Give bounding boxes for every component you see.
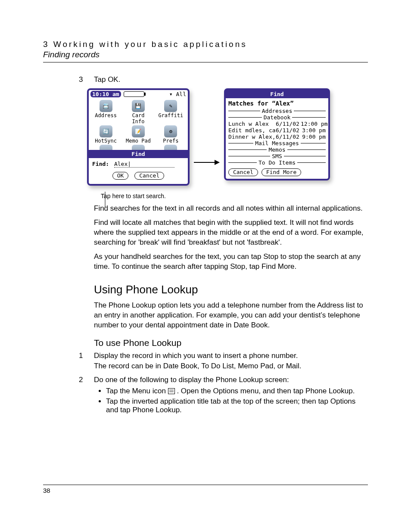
callout-leader bbox=[87, 199, 190, 212]
app-label: Address bbox=[92, 112, 120, 118]
chapter-title: 3 Working with your basic applications bbox=[43, 40, 368, 49]
bullet-text: Tap the Menu icon bbox=[106, 387, 168, 395]
category-todo: To Do Items bbox=[226, 159, 328, 166]
cardinfo-icon: 💾 bbox=[132, 100, 145, 112]
ok-button[interactable]: OK bbox=[112, 172, 129, 180]
app-label: HotSync bbox=[92, 138, 120, 144]
find-titlebar: Find bbox=[226, 90, 328, 98]
result-date: 6/11/02 bbox=[276, 121, 301, 127]
step-text: Display the record in which you want to … bbox=[94, 352, 298, 360]
category-mail: Mail Messages bbox=[226, 140, 328, 146]
body-text: The Phone Lookup option lets you add a t… bbox=[94, 301, 368, 330]
result-date: 6/11/02 bbox=[276, 127, 301, 134]
svg-marker-2 bbox=[215, 160, 220, 165]
find-label: Find: bbox=[92, 161, 109, 167]
figure-row: 10:10 am ▾ All 📇 Address 💾 Card Info bbox=[87, 88, 368, 199]
result-title: Edit mdles, call … bbox=[228, 127, 276, 134]
category-dropdown[interactable]: ▾ All bbox=[169, 91, 186, 97]
section-title: Finding records bbox=[43, 50, 368, 59]
bullet-item: Tap the Menu icon . Open the Options men… bbox=[106, 387, 368, 395]
partial-icon bbox=[132, 145, 145, 150]
address-icon: 📇 bbox=[100, 100, 112, 112]
app-label: Card Info bbox=[125, 112, 152, 124]
section-heading: Using Phone Lookup bbox=[94, 283, 368, 296]
callout-text: Tap here to start search. bbox=[101, 193, 190, 199]
category-addresses: Addresses bbox=[226, 108, 328, 114]
app-label: Memo Pad bbox=[125, 138, 152, 144]
hotsync-icon: 🔄 bbox=[100, 125, 112, 137]
find-more-button[interactable]: Find More bbox=[262, 168, 301, 176]
result-row[interactable]: Dinner w Alex, … 6/11/02 9:00 pm bbox=[226, 134, 328, 140]
flow-arrow bbox=[194, 158, 220, 169]
bullet-item: Tap the inverted application title tab a… bbox=[106, 397, 368, 414]
page-number: 38 bbox=[43, 487, 50, 494]
app-memopad[interactable]: 📝 Memo Pad bbox=[125, 125, 152, 144]
memopad-icon: 📝 bbox=[132, 125, 145, 137]
step-text: Do one of the following to display the P… bbox=[94, 376, 289, 384]
app-address[interactable]: 📇 Address bbox=[92, 100, 120, 124]
step-number: 1 bbox=[79, 352, 83, 360]
app-cardinfo[interactable]: 💾 Card Info bbox=[125, 100, 152, 124]
arrow-icon bbox=[194, 158, 220, 167]
cancel-button[interactable]: Cancel bbox=[134, 172, 164, 180]
clock-chip[interactable]: 10:10 am bbox=[90, 91, 121, 97]
result-time: 9:00 pm bbox=[301, 134, 326, 140]
body-text: As your handheld searches for the text, … bbox=[94, 252, 368, 272]
result-row[interactable]: Lunch w Alex 6/11/02 12:00 pm bbox=[226, 121, 328, 127]
app-label: Graffiti bbox=[157, 112, 184, 118]
step-text: Tap OK. bbox=[94, 75, 120, 84]
app-prefs[interactable]: ⚙ Prefs bbox=[157, 125, 184, 144]
result-date: 6/11/02 bbox=[276, 134, 301, 140]
category-memos: Memos bbox=[226, 146, 328, 153]
find-input[interactable]: Alex| bbox=[114, 161, 174, 168]
result-title: Dinner w Alex, … bbox=[228, 134, 276, 140]
category-sms: SMS bbox=[226, 153, 328, 159]
result-row[interactable]: Edit mdles, call … 6/11/02 3:00 pm bbox=[226, 127, 328, 134]
find-titlebar: Find bbox=[89, 150, 188, 158]
menu-icon bbox=[168, 388, 175, 394]
result-time: 3:00 pm bbox=[301, 127, 326, 134]
subsection-heading: To use Phone Lookup bbox=[94, 338, 368, 348]
step-number: 2 bbox=[79, 376, 83, 384]
app-hotsync[interactable]: 🔄 HotSync bbox=[92, 125, 120, 144]
cancel-button[interactable]: Cancel bbox=[228, 168, 258, 176]
palm-launcher-screen: 10:10 am ▾ All 📇 Address 💾 Card Info bbox=[87, 88, 190, 186]
app-graffiti[interactable]: ✎ Graffiti bbox=[157, 100, 184, 124]
body-text: Find will locate all matches that begin … bbox=[94, 218, 368, 248]
category-datebook: Datebook bbox=[226, 114, 328, 121]
result-title: Lunch w Alex bbox=[228, 121, 276, 127]
graffiti-icon: ✎ bbox=[164, 100, 177, 112]
palm-find-results-screen: Find Matches for “Alex” Addresses Datebo… bbox=[224, 88, 330, 180]
step-number: 3 bbox=[79, 75, 83, 84]
partial-icon bbox=[100, 145, 112, 150]
prefs-icon: ⚙ bbox=[164, 125, 177, 137]
result-time: 12:00 pm bbox=[301, 121, 326, 127]
bullet-text: . Open the Options menu, and then tap Ph… bbox=[177, 387, 355, 395]
partial-icon bbox=[164, 145, 177, 150]
app-label: Prefs bbox=[157, 138, 184, 144]
matches-header: Matches for “Alex” bbox=[226, 98, 328, 108]
header-rule bbox=[43, 62, 368, 62]
battery-icon bbox=[124, 91, 144, 97]
step-subtext: The record can be in Date Book, To Do Li… bbox=[94, 362, 368, 370]
